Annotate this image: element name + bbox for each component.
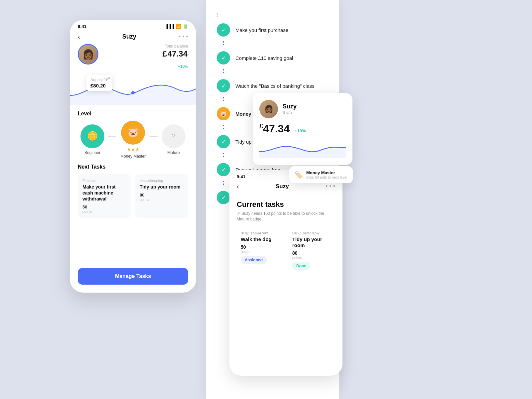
popup-avatar: 👩🏾 xyxy=(259,100,278,118)
wifi-icon: 📶 xyxy=(176,24,181,29)
balance-value: 47.34 xyxy=(168,49,188,58)
time-right: 9:41 xyxy=(237,174,245,179)
lock-icon: ? xyxy=(172,132,175,140)
signal-icon: ▐▐▐ xyxy=(165,24,174,29)
task-points-finance: 50 xyxy=(82,204,126,209)
activity-icon-2: ✓ xyxy=(217,79,230,92)
back-button-right[interactable]: ‹ xyxy=(237,183,239,190)
battery-icon: 🔋 xyxy=(183,24,188,29)
popup-header: 👩🏾 Suzy 6 y/o xyxy=(259,100,346,118)
popup-user-info: Suzy 6 y/o xyxy=(283,103,297,115)
activity-icon-0: ✓ xyxy=(217,23,230,37)
ct-due-0: DUE: Tomorrow xyxy=(241,231,280,235)
ct-task-card-0: DUE: Tomorrow Walk the dog 50 points Ass… xyxy=(237,227,284,274)
balance-info: Total balance £47.34 +10% xyxy=(103,44,188,69)
activity-icon-3: 🐷 xyxy=(217,107,230,120)
task-category-housekeeping: Housekeeping xyxy=(140,179,184,183)
currency-symbol: £ xyxy=(163,49,167,58)
task-points-housekeeping: 80 xyxy=(140,193,184,198)
left-phone: 9:41 ▐▐▐ 📶 🔋 ‹ Suzy • • • 👩🏾 Total balan… xyxy=(70,20,196,293)
money-master-label: Money Master xyxy=(120,154,146,159)
ct-points-0: 50 xyxy=(241,244,280,250)
profile-popup: 👩🏾 Suzy 6 y/o £47.34 +10% xyxy=(253,93,352,165)
ct-task-name-1: Tidy up your room xyxy=(292,236,331,248)
subtitle-text: Suzy needs 150 points to be able to unlo… xyxy=(237,211,324,221)
current-tasks-subtitle: ↗Suzy needs 150 points to be able to unl… xyxy=(237,211,335,222)
status-icons-left: ▐▐▐ 📶 🔋 xyxy=(165,24,188,29)
money-master-stars: ★★★ xyxy=(127,147,140,152)
balance-section: 👩🏾 Total balance £47.34 +10% xyxy=(70,44,196,72)
avatar-image-left: 👩🏾 xyxy=(79,45,97,64)
level-row: 🪙 Beginner 🐷 ★★★ Money Master ? 🔒 Mature xyxy=(70,121,196,164)
activity-icon-5: ✓ xyxy=(217,163,230,176)
ct-due-1: DUE: Tomorrow xyxy=(292,231,331,235)
ct-points-1: 80 xyxy=(292,250,331,256)
badge-tooltip-text: Money Master miss 60 pnts to next level xyxy=(306,170,347,179)
next-tasks-grid: Finance Make your first cash machine wit… xyxy=(70,174,196,225)
task-points-label-finance: points xyxy=(82,209,126,213)
level-connector-1 xyxy=(108,136,116,137)
right-phone: 9:41 ▐▐▐ 📶 🔋 ‹ Suzy • • • Current tasks … xyxy=(229,170,342,376)
chart-left: August 16 £80.20 ✕ xyxy=(70,72,196,105)
status-bar-left: 9:41 ▐▐▐ 📶 🔋 xyxy=(70,20,196,31)
current-tasks-title: Current tasks xyxy=(237,200,335,209)
ct-badge-1[interactable]: Done xyxy=(292,262,310,270)
popup-balance-value: 47.34 xyxy=(263,123,290,135)
page-title-right: Suzy xyxy=(276,183,289,190)
time-left: 9:41 xyxy=(78,24,86,29)
popup-currency: £ xyxy=(259,122,263,130)
popup-balance-row: £47.34 +10% xyxy=(259,122,346,135)
more-button-left[interactable]: • • • xyxy=(179,33,188,40)
badge-title: Money Master xyxy=(306,170,347,175)
ct-task-name-0: Walk the dog xyxy=(241,236,280,242)
popup-balance: £47.34 xyxy=(259,123,293,135)
info-icon: ↗ xyxy=(237,211,240,216)
popup-balance-change: +10% xyxy=(295,128,306,133)
activity-icon-6: ✓ xyxy=(217,191,230,204)
balance-change: +10% xyxy=(103,64,188,69)
level-beginner: 🪙 Beginner xyxy=(80,124,104,155)
mature-circle: ? 🔒 xyxy=(162,124,186,148)
more-button-right[interactable]: • • • xyxy=(326,183,335,190)
balance-amount: £47.34 xyxy=(103,49,188,64)
manage-tasks-button[interactable]: Manage Tasks xyxy=(78,268,188,285)
activity-item-0: ✓ Make you first purchase xyxy=(206,19,339,41)
mature-label: Mature xyxy=(167,150,180,155)
ct-points-label-1: points xyxy=(292,256,331,260)
ct-badge-0[interactable]: Assigned xyxy=(241,256,267,264)
page-title-left: Suzy xyxy=(122,33,136,40)
badge-subtitle: miss 60 pnts to next level xyxy=(306,175,347,179)
activity-text-0: Make you first purchase xyxy=(235,27,288,33)
nav-bar-left: ‹ Suzy • • • xyxy=(70,31,196,44)
popup-chart xyxy=(259,138,346,158)
back-button-left[interactable]: ‹ xyxy=(78,33,80,41)
activity-text-2: Watch the "Basics of banking" class xyxy=(235,83,315,89)
ct-points-label-0: points xyxy=(241,250,280,254)
task-category-finance: Finance xyxy=(82,179,126,183)
badge-tooltip-icon: 🏷️ xyxy=(295,171,303,179)
balance-label: Total balance xyxy=(103,44,188,49)
current-tasks-section: Current tasks ↗Suzy needs 150 points to … xyxy=(229,194,342,376)
popup-age: 6 y/o xyxy=(283,110,297,115)
money-master-circle: 🐷 xyxy=(121,121,145,145)
level-money-master: 🐷 ★★★ Money Master xyxy=(120,121,146,159)
beginner-label: Beginner xyxy=(84,150,100,155)
task-name-housekeeping: Tidy up your room xyxy=(140,184,184,190)
level-title: Level xyxy=(70,111,196,121)
badge-tooltip: 🏷️ Money Master miss 60 pnts to next lev… xyxy=(289,166,353,183)
chart-tooltip: August 16 £80.20 ✕ xyxy=(86,75,112,91)
activity-icon-4: ✓ xyxy=(217,135,230,148)
svg-point-0 xyxy=(131,91,135,94)
avatar-left: 👩🏾 xyxy=(78,44,98,65)
tooltip-date: August 16 xyxy=(90,77,108,82)
activity-icon-1: ✓ xyxy=(217,51,230,65)
tooltip-amount: £80.20 xyxy=(90,83,108,88)
tooltip-close[interactable]: ✕ xyxy=(107,76,110,80)
activity-item-1: ✓ Complete £10 saving goal xyxy=(206,47,339,69)
lock-badge: 🔒 xyxy=(192,288,196,292)
task-card-finance: Finance Make your first cash machine wit… xyxy=(78,174,131,218)
current-tasks-grid: DUE: Tomorrow Walk the dog 50 points Ass… xyxy=(237,227,335,274)
activity-text-1: Complete £10 saving goal xyxy=(235,55,293,61)
task-card-housekeeping: Housekeeping Tidy up your room 80 points xyxy=(135,174,188,218)
task-name-finance: Make your first cash machine withdrawal xyxy=(82,184,126,202)
